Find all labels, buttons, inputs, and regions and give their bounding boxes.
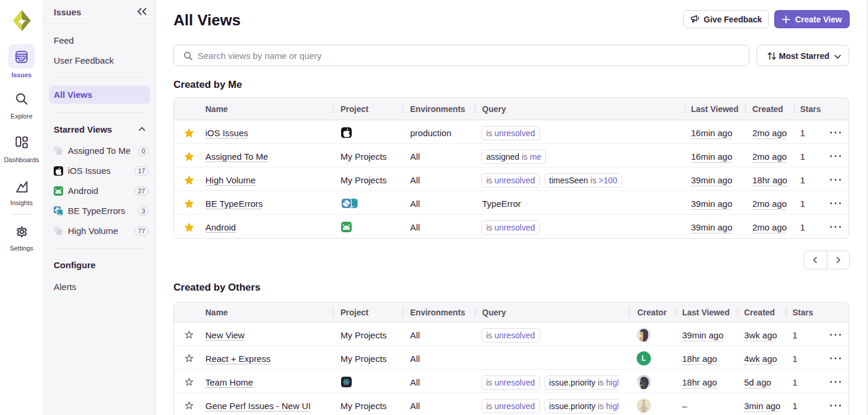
svg-text:L: L [641,354,646,363]
